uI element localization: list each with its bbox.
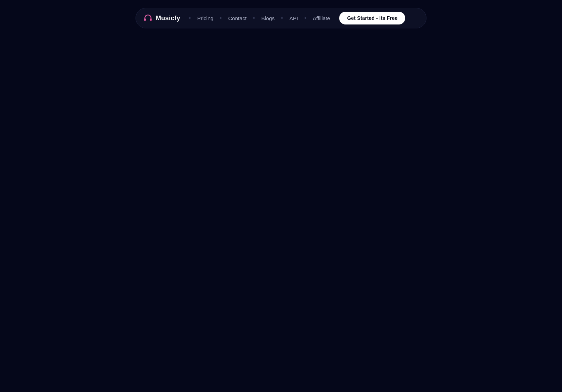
nav-sep-4: •	[281, 15, 283, 21]
navbar-wrapper: Musicfy • Pricing • Contact • Blogs • AP…	[0, 0, 562, 28]
nav-link-contact[interactable]: Contact	[225, 13, 250, 23]
nav-link-affiliate[interactable]: Affiliate	[309, 13, 334, 23]
nav-sep-5: •	[304, 15, 307, 21]
nav-link-api[interactable]: API	[286, 13, 302, 23]
nav-link-pricing[interactable]: Pricing	[194, 13, 217, 23]
nav-sep-3: •	[253, 15, 255, 21]
svg-rect-1	[150, 18, 151, 21]
svg-rect-0	[144, 18, 146, 21]
logo-link[interactable]: Musicfy	[143, 13, 180, 23]
cta-button[interactable]: Get Started - Its Free	[339, 12, 405, 24]
nav-sep-2: •	[220, 15, 222, 21]
musicfy-logo-icon	[143, 13, 153, 23]
logo-text: Musicfy	[156, 15, 180, 22]
nav-sep-1: •	[189, 15, 191, 21]
nav-link-blogs[interactable]: Blogs	[258, 13, 279, 23]
navbar: Musicfy • Pricing • Contact • Blogs • AP…	[136, 8, 426, 28]
